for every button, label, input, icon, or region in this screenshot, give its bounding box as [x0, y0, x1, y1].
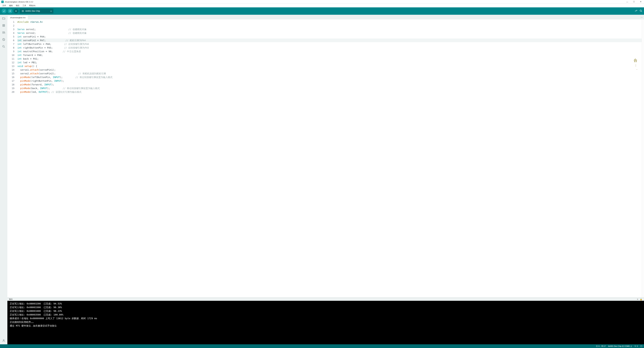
tabs-more-button[interactable]: ···: [641, 16, 643, 18]
line-number: 3: [8, 27, 18, 31]
menu-project[interactable]: 项目: [14, 4, 21, 7]
menu-help[interactable]: 帮助(H): [28, 4, 37, 7]
line-number: 4: [8, 31, 18, 35]
svg-line-20: [3, 39, 4, 40]
svg-rect-14: [3, 25, 4, 26]
overview-ruler[interactable]: [642, 19, 644, 298]
line-number: 2: [8, 24, 18, 27]
menu-bar: 文件 编辑 项目 工具 帮助(H): [0, 4, 644, 7]
output-line: 正在写入地址: 0x08003400 已完成: 98.23%: [10, 309, 642, 313]
line-number: 19: [8, 86, 18, 90]
menu-edit[interactable]: 编辑: [8, 4, 14, 7]
search-icon[interactable]: [2, 45, 5, 48]
line-number: 15: [8, 72, 18, 75]
output-line: 正在写入地址: 0x08003200 已完成: 94.53%: [10, 302, 642, 306]
svg-point-11: [640, 10, 642, 11]
chip-icon: [22, 10, 24, 12]
output-line: 正在写入地址: 0x08003500 已完成: 100.00%: [10, 313, 642, 317]
output-panel[interactable]: 正在写入地址: 0x08003200 已完成: 94.53% 正在写入地址: 0…: [8, 301, 644, 344]
output-title: 输出: [9, 298, 13, 301]
boards-manager-icon[interactable]: [2, 24, 5, 27]
upload-button[interactable]: [8, 9, 12, 13]
tab-main[interactable]: zhuanxiangban.ino: [8, 16, 28, 19]
board-status[interactable]: Air001 Dev Chip 在 COM5 上: [608, 345, 632, 348]
svg-marker-1: [16, 10, 17, 12]
output-line: 烧录成功！在地址 0x08000000 上写入了 13812 byte 的数据，…: [10, 317, 642, 320]
minimize-button[interactable]: —: [624, 0, 630, 4]
code-editor[interactable]: 1 2 3 4 5 6 7 8 9 10 11 12 13 14 15 16 1…: [8, 19, 644, 298]
output-panel-header: 输出 ≡ 🔒: [8, 298, 644, 301]
line-number: 1: [8, 20, 18, 24]
line-number: 10: [8, 53, 18, 57]
output-line: 正在写入地址: 0x08003300 已完成: 96.38%: [10, 306, 642, 309]
debug-button[interactable]: [14, 9, 18, 13]
serial-monitor-icon[interactable]: [639, 9, 642, 13]
notification-icon: 🗨: [634, 345, 636, 347]
arduino-app-icon: [1, 1, 4, 3]
line-number: 8: [8, 46, 18, 49]
output-lock-icon[interactable]: 🔒: [640, 298, 642, 301]
verify-button[interactable]: [2, 9, 6, 13]
line-number: 12: [8, 61, 18, 64]
svg-rect-13: [3, 24, 5, 26]
menu-tools[interactable]: 工具: [21, 4, 28, 7]
account-icon[interactable]: [2, 339, 5, 342]
code-content[interactable]: #include <Servo.h> Servo servo1; // 创建舵机…: [18, 19, 642, 298]
close-button[interactable]: ✕: [637, 0, 644, 4]
toolbar: Air001 Dev Chip ▾: [0, 7, 644, 15]
line-number: 7: [8, 42, 18, 46]
line-number: 6: [8, 38, 18, 42]
library-manager-icon[interactable]: [2, 31, 5, 34]
maximize-button[interactable]: ☐: [630, 0, 637, 4]
line-number: 5: [8, 35, 18, 38]
line-number: 17: [8, 79, 18, 83]
output-line: 正在跳转到应用程序……: [10, 320, 642, 324]
svg-line-12: [641, 11, 642, 12]
output-options-icon[interactable]: ≡: [637, 298, 638, 301]
menu-file[interactable]: 文件: [1, 4, 8, 7]
notification-count: 2: [637, 345, 638, 347]
cursor-position[interactable]: 行 6，列 17: [596, 345, 606, 348]
title-bar-left: zhuanxiangban | Arduino IDE 2.3.2: [1, 1, 33, 3]
line-number: 18: [8, 83, 18, 86]
board-name: Air001 Dev Chip: [25, 10, 40, 12]
line-gutter: 1 2 3 4 5 6 7 8 9 10 11 12 13 14 15 16 1…: [8, 19, 18, 298]
title-bar: zhuanxiangban | Arduino IDE 2.3.2 — ☐ ✕: [0, 0, 644, 4]
sidebar: [0, 15, 8, 344]
line-number: 11: [8, 57, 18, 61]
svg-line-22: [4, 47, 5, 48]
line-number: 20: [8, 90, 18, 94]
toolbar-right: [634, 9, 642, 13]
toolbar-left: Air001 Dev Chip ▾: [2, 9, 53, 13]
window-controls: — ☐ ✕: [624, 0, 644, 4]
window-title: zhuanxiangban | Arduino IDE 2.3.2: [5, 1, 33, 3]
editor-wrap: zhuanxiangban.ino ··· 1 2 3 4 5 6 7 8 9 …: [8, 15, 644, 344]
current-line: int servoPin2 = PA7; // 舵机引脚为PA4: [18, 38, 642, 42]
notifications[interactable]: 🗨 2: [634, 345, 638, 347]
output-controls: ≡ 🔒: [637, 298, 642, 301]
debug-icon[interactable]: [2, 38, 5, 41]
line-number: 14: [8, 68, 18, 72]
line-number: 9: [8, 49, 18, 53]
main-area: zhuanxiangban.ino ··· 1 2 3 4 5 6 7 8 9 …: [0, 15, 644, 344]
tabs-bar: zhuanxiangban.ino ···: [8, 15, 644, 19]
status-bar: 行 6，列 17 Air001 Dev Chip 在 COM5 上 🗨 2 ☐: [0, 344, 644, 348]
svg-point-21: [2, 45, 4, 47]
output-line: 通过 RTS 硬件复位，如失败请尝试手动复位: [10, 324, 642, 328]
sketchbook-icon[interactable]: [2, 17, 5, 20]
svg-point-23: [3, 340, 4, 341]
serial-plotter-icon[interactable]: [634, 9, 638, 13]
svg-line-18: [5, 32, 5, 34]
line-number: 16: [8, 75, 18, 79]
board-selector[interactable]: Air001 Dev Chip ▾: [20, 9, 53, 13]
svg-rect-2: [22, 10, 24, 12]
close-panel-icon[interactable]: ☐: [640, 345, 642, 348]
line-number: 13: [8, 64, 18, 68]
chevron-down-icon: ▾: [50, 10, 52, 12]
